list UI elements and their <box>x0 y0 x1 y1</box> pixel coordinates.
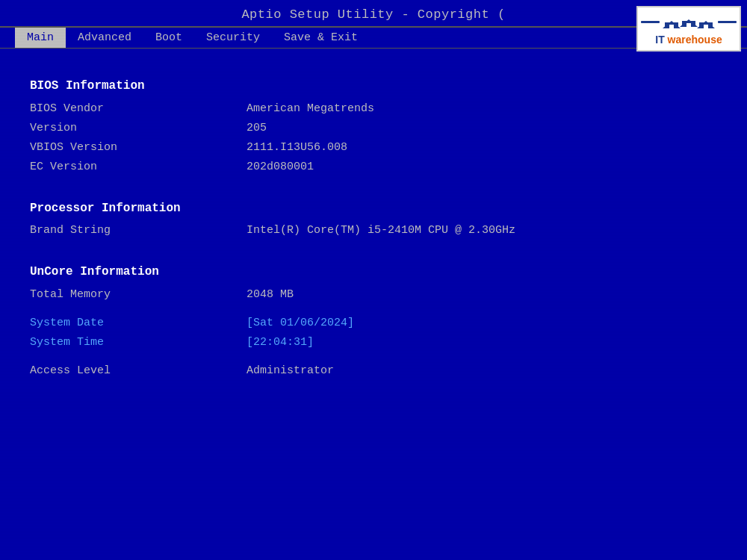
svg-rect-8 <box>704 25 708 28</box>
system-time-row[interactable]: System Time [22:04:31] <box>30 333 717 352</box>
bios-screen: IT warehouse Aptio Setup Utility - Copyr… <box>0 0 747 560</box>
watermark-warehouse: warehouse <box>668 34 722 46</box>
bios-vendor-label: BIOS Vendor <box>30 100 224 118</box>
system-date-row[interactable]: System Date [Sat 01/06/2024] <box>30 314 717 333</box>
processor-section-header: Processor Information <box>30 199 717 219</box>
tab-boot[interactable]: Boot <box>143 28 194 48</box>
processor-brand-row: Brand String Intel(R) Core(TM) i5-2410M … <box>30 221 717 240</box>
access-level-label: Access Level <box>30 362 224 380</box>
title-bar: Aptio Setup Utility - Copyright ( <box>0 0 747 28</box>
total-memory-value: 2048 MB <box>224 286 717 304</box>
nav-bar: Main Advanced Boot Security Save & Exit <box>0 28 747 49</box>
access-level-value: Administrator <box>224 362 717 380</box>
bios-vendor-value: American Megatrends <box>224 100 717 118</box>
watermark-left-line <box>641 21 660 23</box>
svg-rect-2 <box>669 25 674 28</box>
total-memory-label: Total Memory <box>30 286 224 304</box>
access-level-row: Access Level Administrator <box>30 361 717 381</box>
system-time-label: System Time <box>30 334 224 352</box>
system-date-label: System Date <box>30 314 224 332</box>
svg-rect-5 <box>686 23 691 27</box>
bios-ec-value: 202d080001 <box>224 158 717 176</box>
tab-main[interactable]: Main <box>15 28 66 48</box>
watermark-it: IT <box>655 34 667 46</box>
processor-brand-value: Intel(R) Core(TM) i5-2410M CPU @ 2.30GHz <box>224 222 717 240</box>
tab-security[interactable]: Security <box>194 28 272 48</box>
processor-brand-label: Brand String <box>30 222 224 240</box>
watermark-houses-svg <box>663 12 715 31</box>
bios-version-value: 205 <box>224 119 717 137</box>
bios-ec-row: EC Version 202d080001 <box>30 158 717 177</box>
bios-section-header: BIOS Information <box>30 77 717 96</box>
bios-ec-label: EC Version <box>30 158 224 176</box>
title-text: Aptio Setup Utility - Copyright ( <box>241 7 505 22</box>
watermark-right-line <box>718 21 737 23</box>
system-date-value[interactable]: [Sat 01/06/2024] <box>224 314 717 332</box>
main-content: BIOS Information BIOS Vendor American Me… <box>0 49 747 396</box>
watermark-icons <box>641 12 737 31</box>
bios-vbios-row: VBIOS Version 2111.I13U56.008 <box>30 138 717 158</box>
watermark: IT warehouse <box>636 6 741 52</box>
tab-save-exit[interactable]: Save & Exit <box>272 28 370 48</box>
bios-version-label: Version <box>30 119 224 137</box>
total-memory-row: Total Memory 2048 MB <box>30 285 717 305</box>
watermark-brand-text: IT warehouse <box>655 34 722 46</box>
system-time-value[interactable]: [22:04:31] <box>224 334 717 352</box>
tab-advanced[interactable]: Advanced <box>66 28 143 48</box>
uncore-section-header: UnCore Information <box>30 263 717 282</box>
bios-vbios-value: 2111.I13U56.008 <box>224 139 717 157</box>
bios-vbios-label: VBIOS Version <box>30 139 224 157</box>
bios-vendor-row: BIOS Vendor American Megatrends <box>30 99 717 119</box>
bios-version-row: Version 205 <box>30 119 717 138</box>
